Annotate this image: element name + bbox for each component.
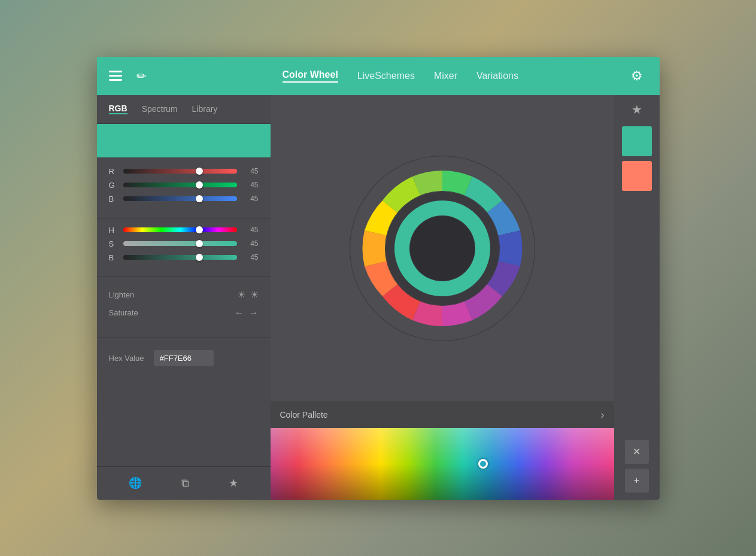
tab-rgb[interactable]: RGB xyxy=(109,104,127,114)
g-value: 45 xyxy=(242,181,259,189)
header: ✏ Color Wheel LiveSchemes Mixer Variatio… xyxy=(97,57,660,95)
bookmark-icon[interactable]: ★ xyxy=(229,476,238,490)
main-area: Color Pallete › xyxy=(271,95,614,500)
sidebar: RGB Spectrum Library R 45 G 45 B xyxy=(97,95,271,500)
saturate-row: Saturate ← → xyxy=(109,308,259,318)
s-label: S xyxy=(109,239,119,248)
r-slider[interactable] xyxy=(123,169,237,174)
sidebar-tabs: RGB Spectrum Library xyxy=(97,95,271,124)
menu-icon[interactable] xyxy=(109,71,122,81)
g-label: G xyxy=(109,181,119,190)
tab-spectrum[interactable]: Spectrum xyxy=(142,104,178,114)
saturate-label: Saturate xyxy=(109,308,235,317)
eyedropper-icon[interactable]: ✏ xyxy=(136,69,147,83)
header-right: ⚙ xyxy=(614,57,660,95)
body: RGB Spectrum Library R 45 G 45 B xyxy=(97,95,660,500)
g-slider[interactable] xyxy=(123,183,237,187)
hex-label: Hex Value xyxy=(109,354,144,363)
sidebar-bottom: 🌐 ⧉ ★ xyxy=(97,466,271,500)
app-container: ✏ Color Wheel LiveSchemes Mixer Variatio… xyxy=(97,57,660,500)
palette-bar[interactable]: Color Pallete › xyxy=(271,402,614,428)
h-slider-row: H 45 xyxy=(109,226,259,235)
divider-3 xyxy=(97,338,271,338)
saturate-less-icon[interactable]: ← xyxy=(235,308,244,318)
lighten-more-icon[interactable]: ☀ xyxy=(250,289,259,300)
divider-1 xyxy=(97,218,271,218)
lighten-less-icon[interactable]: ☀ xyxy=(237,289,245,300)
bv-label: B xyxy=(109,253,119,262)
r-value: 45 xyxy=(242,167,259,175)
spectrum-cursor xyxy=(478,459,488,469)
spectrum-strip[interactable] xyxy=(271,428,614,500)
hex-input[interactable] xyxy=(154,350,214,366)
divider-2 xyxy=(97,277,271,277)
close-button[interactable]: ✕ xyxy=(625,440,649,464)
palette-arrow-icon: › xyxy=(601,409,605,421)
r-label: R xyxy=(109,167,119,176)
hex-section: Hex Value xyxy=(97,341,271,376)
b-value: 45 xyxy=(242,195,259,203)
svg-point-5 xyxy=(410,216,475,281)
copy-icon[interactable]: ⧉ xyxy=(181,477,189,490)
lighten-label: Lighten xyxy=(109,290,237,299)
swatch-coral[interactable] xyxy=(622,161,652,191)
header-nav: Color Wheel LiveSchemes Mixer Variations xyxy=(271,69,614,83)
right-panel-bottom: ✕ + xyxy=(625,440,649,493)
bv-slider[interactable] xyxy=(123,255,237,260)
swatch-teal[interactable] xyxy=(622,126,652,156)
header-left: ✏ xyxy=(97,69,271,83)
r-slider-row: R 45 xyxy=(109,167,259,176)
palette-label: Color Pallete xyxy=(280,410,601,420)
bv-value: 45 xyxy=(242,253,259,262)
add-button[interactable]: + xyxy=(625,469,649,493)
color-wheel-area[interactable] xyxy=(271,95,614,402)
nav-mixer[interactable]: Mixer xyxy=(434,71,457,81)
pin-icon[interactable]: ★ xyxy=(631,102,642,117)
h-value: 45 xyxy=(242,226,259,234)
lighten-controls: ☀ ☀ xyxy=(237,289,259,300)
nav-live-schemes[interactable]: LiveSchemes xyxy=(357,71,415,81)
color-preview xyxy=(97,124,271,157)
g-slider-row: G 45 xyxy=(109,181,259,190)
bv-slider-row: B 45 xyxy=(109,253,259,262)
wheel-svg xyxy=(341,147,544,350)
tab-library[interactable]: Library xyxy=(192,104,218,114)
right-panel: ★ ✕ + xyxy=(614,95,660,500)
s-slider[interactable] xyxy=(123,241,237,246)
b-slider-row: B 45 xyxy=(109,195,259,203)
s-value: 45 xyxy=(242,239,259,248)
settings-icon[interactable]: ⚙ xyxy=(631,68,643,84)
lighten-row: Lighten ☀ ☀ xyxy=(109,289,259,300)
nav-variations[interactable]: Variations xyxy=(476,71,518,81)
color-wheel[interactable] xyxy=(341,147,544,350)
saturate-more-icon[interactable]: → xyxy=(249,308,259,318)
globe-icon[interactable]: 🌐 xyxy=(129,476,142,490)
adjust-section: Lighten ☀ ☀ Saturate ← → xyxy=(97,279,271,335)
h-slider[interactable] xyxy=(123,227,237,232)
hsb-sliders: H 45 S 45 B 45 xyxy=(97,221,271,274)
b-slider[interactable] xyxy=(123,196,237,201)
h-label: H xyxy=(109,226,119,235)
rgb-sliders: R 45 G 45 B 45 xyxy=(97,157,271,215)
saturate-controls: ← → xyxy=(235,308,259,318)
nav-color-wheel[interactable]: Color Wheel xyxy=(283,69,338,83)
s-slider-row: S 45 xyxy=(109,239,259,248)
b-label: B xyxy=(109,195,119,203)
